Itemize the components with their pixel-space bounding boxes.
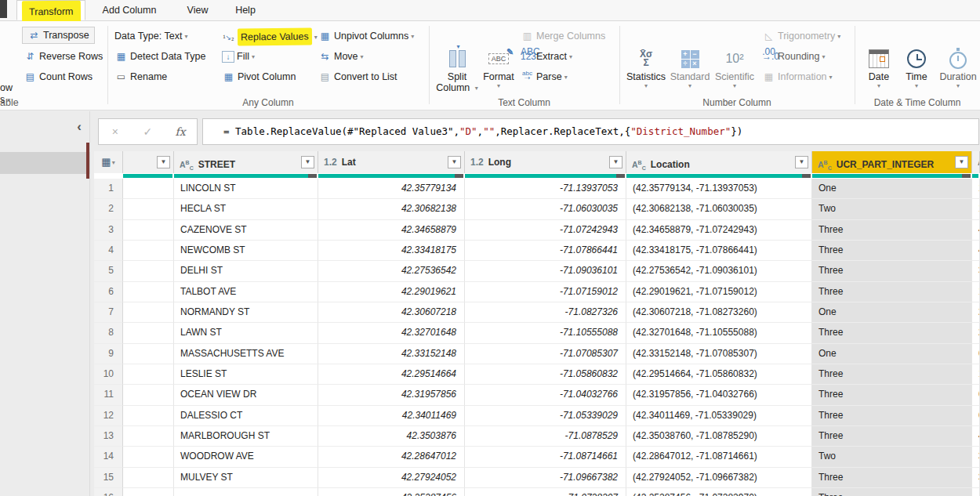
cell-last[interactable]: 1	[972, 179, 980, 199]
cell-last[interactable]: 3	[972, 261, 980, 281]
cell-lat[interactable]: 42.34658879	[318, 220, 465, 241]
cell-location[interactable]: (42.35038760, -71.08785290)	[626, 426, 812, 447]
row-number[interactable]: 9	[94, 344, 123, 364]
cell-blank[interactable]	[123, 282, 174, 302]
data-type-button[interactable]: Data Type: Text▾	[114, 28, 187, 44]
cell-last[interactable]: 4	[972, 241, 980, 261]
cell-last[interactable]: 4	[972, 220, 980, 241]
cell-lat[interactable]: 42.3503876	[318, 426, 465, 447]
pivot-column-button[interactable]: ▦Pivot Column	[222, 69, 296, 85]
row-number[interactable]: 10	[94, 364, 123, 385]
rename-button[interactable]: ▭Rename	[114, 69, 167, 85]
cell-ucr[interactable]: One	[812, 179, 972, 199]
cell-long[interactable]: -71.07159012	[465, 282, 626, 302]
cell-location[interactable]: (42.35779134, -71.13937053)	[626, 179, 812, 199]
cell-long[interactable]: -71.08714661	[465, 447, 626, 467]
cell-street[interactable]: CAZENOVE ST	[174, 220, 318, 241]
cell-blank[interactable]	[123, 385, 174, 405]
cell-lat[interactable]: 42.32701648	[318, 323, 465, 343]
tab-help[interactable]: Help	[230, 0, 261, 20]
tab-transform[interactable]: Transform	[16, 0, 85, 20]
cell-last[interactable]: 6	[972, 385, 980, 405]
cell-last[interactable]: 6	[972, 406, 980, 426]
cell-ucr[interactable]: Three	[812, 282, 972, 302]
row-number[interactable]: 14	[94, 447, 123, 467]
filter-icon[interactable]: ▼	[795, 156, 808, 168]
cell-lat[interactable]: 42.34011469	[318, 406, 465, 426]
formula-input[interactable]: = Table.ReplaceValue(#"Replaced Value3",…	[202, 118, 979, 145]
cell-street[interactable]: NEWCOMB ST	[174, 241, 318, 261]
column-header-Lat[interactable]: 1.2Lat▼	[318, 151, 465, 173]
filter-icon[interactable]: ▼	[448, 156, 461, 168]
cell-lat[interactable]: 42.33418175	[318, 241, 465, 261]
cell-location[interactable]: (42.31957856, -71.04032766)	[626, 385, 812, 405]
cell-long[interactable]: -71.0827326	[465, 302, 626, 323]
cell-ucr[interactable]: Three	[812, 385, 972, 405]
column-header-Location[interactable]: ABCLocation▼	[626, 151, 812, 173]
file-tab-partial[interactable]	[0, 0, 7, 18]
row-number[interactable]: 15	[94, 468, 123, 488]
cell-street[interactable]: LAWN ST	[174, 323, 318, 343]
row-number[interactable]: 6	[94, 282, 123, 302]
cell-street[interactable]: MULVEY ST	[174, 468, 318, 488]
extract-button[interactable]: ABC123Extract▾	[521, 49, 572, 64]
cell-last[interactable]: 2	[972, 302, 980, 323]
cell-location[interactable]: (42.34658879, -71.07242943)	[626, 220, 812, 241]
cell-long[interactable]: -71.10555088	[465, 323, 626, 343]
cell-location[interactable]: (42.34011469, -71.05339029)	[626, 406, 812, 426]
cell-long[interactable]: -71.07242943	[465, 220, 626, 241]
cell-street[interactable]: MASSACHUSETTS AVE	[174, 344, 318, 364]
cell-street[interactable]: WOODROW AVE	[174, 447, 318, 467]
cell-last[interactable]: 3	[972, 447, 980, 467]
cell-blank[interactable]	[123, 447, 174, 467]
detect-data-type-button[interactable]: ▦Detect Data Type	[114, 49, 205, 64]
move-button[interactable]: ⇆Move▾	[318, 49, 364, 64]
cell-location[interactable]: (42.28647012, -71.08714661)	[626, 447, 812, 467]
cell-blank[interactable]	[123, 426, 174, 447]
cell-street[interactable]: NORMANDY ST	[174, 302, 318, 323]
cell-location[interactable]: (42.27536542, -71.09036101)	[626, 261, 812, 281]
cell-ucr[interactable]: Three	[812, 220, 972, 241]
cell-last[interactable]: 1	[972, 282, 980, 302]
cell-last[interactable]: 4	[972, 426, 980, 447]
column-header-blank[interactable]: ▼	[123, 151, 174, 173]
replace-values-button[interactable]: ¹↘₂Replace Values▾	[222, 28, 318, 44]
cell-location[interactable]: (42.25287456, -71.07282970)	[626, 488, 812, 496]
cell-long[interactable]: -71.09036101	[465, 261, 626, 281]
cell-long[interactable]: -71.07866441	[465, 241, 626, 261]
selected-query-strip[interactable]	[0, 152, 90, 174]
row-number[interactable]: 11	[94, 385, 123, 405]
formula-cancel-icon[interactable]: ×	[103, 125, 127, 138]
cell-last[interactable]: 2	[972, 323, 980, 343]
cell-lat[interactable]: 42.29514664	[318, 364, 465, 385]
cell-street[interactable]: DALESSIO CT	[174, 406, 318, 426]
cell-blank[interactable]	[123, 344, 174, 364]
cell-ucr[interactable]: Three	[812, 426, 972, 447]
tab-view[interactable]: View	[180, 0, 215, 20]
filter-icon[interactable]: ▼	[157, 156, 170, 168]
cell-ucr[interactable]: Three	[812, 488, 972, 496]
cell-ucr[interactable]: Three	[812, 323, 972, 343]
cell-location[interactable]: (42.29019621, -71.07159012)	[626, 282, 812, 302]
column-header-A[interactable]: A	[972, 151, 980, 173]
cell-last[interactable]: 6	[972, 344, 980, 364]
unpivot-columns-button[interactable]: ▦Unpivot Columns▾	[318, 28, 414, 44]
cell-long[interactable]: -71.0728297	[465, 488, 626, 496]
filter-icon[interactable]: ▼	[609, 156, 622, 168]
row-number[interactable]: 5	[94, 261, 123, 281]
cell-lat[interactable]: 42.25287456	[318, 488, 465, 496]
cell-blank[interactable]	[123, 302, 174, 323]
cell-location[interactable]: (42.30682138, -71.06030035)	[626, 199, 812, 219]
cell-location[interactable]: (42.27924052, -71.09667382)	[626, 468, 812, 488]
cell-blank[interactable]	[123, 406, 174, 426]
row-number[interactable]: 4	[94, 241, 123, 261]
cell-lat[interactable]: 42.27536542	[318, 261, 465, 281]
cell-blank[interactable]	[123, 364, 174, 385]
cell-street[interactable]: HECLA ST	[174, 199, 318, 219]
cell-long[interactable]: -71.09667382	[465, 468, 626, 488]
cell-blank[interactable]	[123, 241, 174, 261]
reverse-rows-button[interactable]: ⇵Reverse Rows	[24, 49, 103, 64]
cell-location[interactable]: (42.32701648, -71.10555088)	[626, 323, 812, 343]
collapse-pane-chevron-icon[interactable]: ‹	[77, 119, 82, 135]
cell-street[interactable]: LESLIE ST	[174, 364, 318, 385]
